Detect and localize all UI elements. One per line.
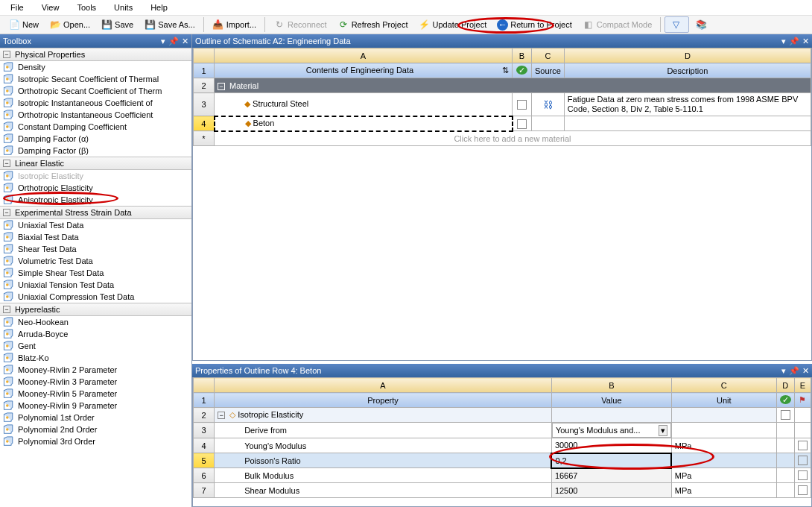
toolbox-item[interactable]: Orthotropic Secant Coefficient of Therm [0,85,191,97]
toolbox-close-icon[interactable]: ✕ [182,37,188,46]
props-bulk-modulus-unit[interactable]: MPa [671,468,776,483]
toolbox-item[interactable]: Isotropic Instantaneous Coefficient of [0,97,191,109]
menu-tools[interactable]: Tools [69,1,107,13]
toolbox-item[interactable]: Mooney-Rivlin 9 Parameter [0,400,191,412]
toolbox-item[interactable]: Uniaxial Tension Test Data [0,279,191,291]
toolbox-item[interactable]: Arruda-Boyce [0,328,191,340]
menu-help[interactable]: Help [143,1,178,13]
collapse-icon[interactable]: − [3,160,10,167]
update-project-button[interactable]: ⚡Update Project [413,17,491,32]
toolbox-pin-icon[interactable]: 📌 [168,37,179,46]
toolbox-item[interactable]: Isotropic Secant Coefficient of Thermal [0,73,191,85]
toolbox-group[interactable]: −Linear Elastic [0,157,191,170]
toolbox-item[interactable]: Shear Test Data [0,243,191,255]
props-col-D[interactable]: D [776,378,794,393]
import-button[interactable]: 📥Import... [208,17,261,32]
props-col-B[interactable]: B [551,378,671,393]
toolbox-group[interactable]: −Hyperelastic [0,303,191,316]
reconnect-button[interactable]: ↻Reconnect [269,17,332,32]
toolbox-group[interactable]: −Physical Properties [0,48,191,61]
menu-view[interactable]: View [34,1,70,13]
props-shear-modulus-unit[interactable]: MPa [671,483,776,498]
toolbox-item[interactable]: Blatz-Ko [0,352,191,364]
props-col-C[interactable]: C [671,378,776,393]
toolbox-item[interactable]: Uniaxial Test Data [0,219,191,231]
menu-file[interactable]: File [3,1,34,13]
outline-add-material[interactable]: Click here to add a new material [215,131,811,146]
props-col-A[interactable]: A [215,378,552,393]
open-button[interactable]: 📂Open... [45,17,95,32]
outline-rowhdr-3[interactable]: 3 [194,93,215,116]
toolbox-item[interactable]: Polynomial 1st Order [0,412,191,423]
toolbox-item[interactable]: Simple Shear Test Data [0,267,191,279]
outline-pin-icon[interactable]: 📌 [789,37,799,46]
outline-col-A[interactable]: A [215,48,513,63]
props-youngs-modulus-value[interactable]: 30000 [551,438,671,453]
props-pin-icon[interactable]: 📌 [789,366,799,376]
collapse-icon[interactable]: − [3,306,10,313]
props-r5-chk-e[interactable] [798,456,808,465]
props-rowhdr-2[interactable]: 2 [194,408,215,423]
sort-icon[interactable]: ⇅ [502,66,509,75]
toolbox-item[interactable]: Neo-Hookean [0,316,191,328]
props-r2-chk-d[interactable] [781,410,790,420]
compact-mode-button[interactable]: ◧Compact Mode [578,17,657,32]
toolbox-item[interactable]: Mooney-Rivlin 3 Parameter [0,376,191,388]
outline-rowhdr-4[interactable]: 4 [194,116,215,131]
filter-button[interactable]: ▽ [664,16,689,33]
props-rowhdr-6[interactable]: 6 [194,468,215,483]
new-button[interactable]: 📄New [4,17,43,32]
props-poissons-ratio-value[interactable]: 0,2 [551,453,671,468]
toolbox-dropdown-icon[interactable]: ▾ [161,37,165,46]
refresh-project-button[interactable]: ⟳Refresh Project [333,17,413,32]
toolbox-item[interactable]: Polynomial 3rd Order [0,435,191,447]
toolbox-item[interactable]: Isotropic Elasticity [0,170,191,182]
toolbox-item[interactable]: Damping Factor (α) [0,133,191,145]
toolbox-item[interactable]: Damping Factor (β) [0,145,191,157]
outline-close-icon[interactable]: ✕ [802,37,809,46]
outline-rowhdr-1[interactable]: 1 [194,63,215,78]
toolbox-item[interactable]: Polynomial 2nd Order [0,423,191,435]
outline-col-D[interactable]: D [564,48,811,63]
toolbox-item[interactable]: Density [0,61,191,73]
toolbox-item[interactable]: Orthotropic Instantaneous Coefficient [0,109,191,121]
toolbox-group[interactable]: −Experimental Stress Strain Data [0,206,191,219]
props-rowhdr-5[interactable]: 5 [194,453,215,468]
toolbox-item[interactable]: Orthotropic Elasticity [0,182,191,194]
engineering-data-sources-button[interactable]: 📚 [691,17,714,32]
toolbox-item[interactable]: Constant Damping Coefficient [0,121,191,133]
props-col-E[interactable]: E [794,378,811,393]
collapse-icon[interactable]: − [3,209,10,216]
return-to-project-button[interactable]: ←Return to Project [492,18,577,32]
outline-row3-source-link[interactable]: ⛓ [543,99,553,110]
outline-material-group[interactable]: −Material [215,78,811,93]
toolbox-item[interactable]: Gent [0,340,191,352]
toolbox-item[interactable]: Biaxial Test Data [0,231,191,243]
props-isotropic-elasticity[interactable]: −◇ Isotropic Elasticity [215,408,552,423]
props-rowhdr-4[interactable]: 4 [194,438,215,453]
save-button[interactable]: 💾Save [96,17,138,32]
outline-col-C[interactable]: C [532,48,565,63]
toolbox-item[interactable]: Mooney-Rivlin 5 Parameter [0,388,191,400]
props-dropdown-icon[interactable]: ▾ [781,366,786,376]
dropdown-icon[interactable]: ▾ [659,425,667,436]
toolbox-item[interactable]: Volumetric Test Data [0,255,191,267]
props-rowhdr-1[interactable]: 1 [194,393,215,408]
outline-material-structural-steel[interactable]: ◆ Structural Steel [215,93,513,116]
props-r6-chk-e[interactable] [798,470,808,480]
outline-row4-checkbox[interactable] [517,119,527,129]
props-rowhdr-7[interactable]: 7 [194,483,215,498]
outline-rowhdr-2[interactable]: 2 [194,78,215,93]
outline-rowhdr-new[interactable]: * [194,131,215,146]
menu-units[interactable]: Units [107,1,143,13]
outline-material-beton[interactable]: ◆ Beton [215,116,513,131]
props-close-icon[interactable]: ✕ [802,366,809,376]
outline-col-B[interactable]: B [513,48,532,63]
saveas-button[interactable]: 💾Save As... [139,17,200,32]
collapse-icon[interactable]: − [3,51,10,58]
props-rowhdr-3[interactable]: 3 [194,423,215,438]
toolbox-item[interactable]: Anisotropic Elasticity [0,194,191,206]
props-r4-chk-e[interactable] [798,441,808,450]
outline-row3-checkbox[interactable] [517,100,527,110]
toolbox-item[interactable]: Uniaxial Compression Test Data [0,291,191,303]
